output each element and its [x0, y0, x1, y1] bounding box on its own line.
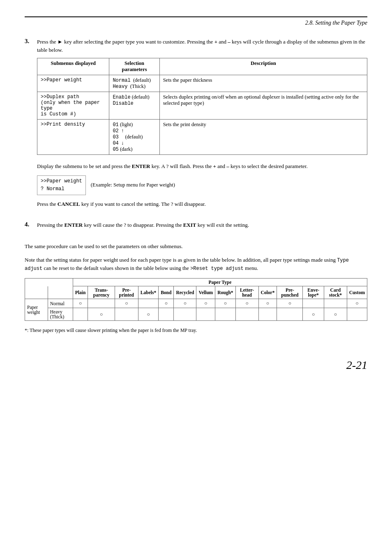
step3-cancel: Press the CANCEL key if you want to canc… [37, 200, 367, 208]
col-header-params: Selection parameters [109, 58, 159, 75]
col-header-desc: Description [159, 58, 367, 75]
paper-type-table: Paper Type Plain Trans-parency Pre-print… [25, 278, 367, 321]
step4-number: 4. [25, 221, 32, 233]
table-row: Heavy (Thick) ○ ○ ○ ○ [25, 308, 367, 321]
desc-print-density: Sets the print density [159, 120, 367, 155]
page-number: 2-21 [25, 359, 367, 372]
step3-content: Press the ► key after selecting the pape… [37, 38, 367, 212]
para2-mono2: >Reset type adjust [190, 266, 244, 272]
col-labels: Labels* [138, 286, 158, 299]
footnote: *: These paper types will cause slower p… [25, 327, 367, 334]
step3-after-table: Display the submenu to be set and press … [37, 162, 367, 170]
col-color: Color* [258, 286, 277, 299]
enter-label-2: ENTER [64, 222, 83, 228]
para2-mono1: Type adjust [25, 258, 349, 272]
col-custom: Custom [347, 286, 367, 299]
params-duplex: Enable (default) Disable [109, 92, 159, 120]
table-row: >>Paper weight Normal (default) Heavy (T… [37, 75, 367, 92]
cancel-label: CANCEL [58, 201, 80, 207]
col-prepunched: Pre-punched [277, 286, 303, 299]
submenu-print-density: >>Print density [37, 120, 109, 155]
col-cardstock: Card stock* [324, 286, 347, 299]
table-row: >>Print density 01 (light) 02 ↑ 03 (defa… [37, 120, 367, 155]
example-row: >>Paper weight ? Normal (Example: Setup … [37, 175, 367, 195]
params-print-density: 01 (light) 02 ↑ 03 (default) 04 ↓ 05 (da… [109, 120, 159, 155]
row-normal: Normal [48, 299, 73, 308]
col-trans: Trans-parency [88, 286, 115, 299]
submenu-paper-weight: >>Paper weight [37, 75, 109, 92]
col-envelope: Enve-lope* [303, 286, 324, 299]
page-header: 2.8. Setting the Paper Type [25, 16, 367, 26]
submenus-table: Submenus displayed Selection parameters … [37, 58, 367, 155]
desc-duplex: Selects duplex printing on/off when an o… [159, 92, 367, 120]
row-heavy: Heavy (Thick) [48, 308, 73, 321]
step3-intro: Press the ► key after selecting the pape… [37, 38, 367, 54]
enter-label-1: ENTER [132, 163, 150, 169]
col-pre-printed: Pre-printed [115, 286, 138, 299]
para2: Note that the setting status for paper w… [25, 256, 367, 272]
step4-text: Pressing the ENTER key will cause the ? … [37, 221, 367, 229]
paper-type-header: Paper Type [73, 279, 367, 286]
col-header-submenu: Submenus displayed [37, 58, 109, 75]
params-paper-weight: Normal (default) Heavy (Thick) [109, 75, 159, 92]
col-vellum: Vellum [196, 286, 215, 299]
example-box: >>Paper weight ? Normal [37, 175, 86, 195]
step3-number: 3. [25, 38, 32, 212]
para1: The same procedure can be used to set th… [25, 242, 367, 251]
col-rough: Rough* [215, 286, 235, 299]
table-row: Paper weight Normal ○ ○ ○ ○ ○ ○ ○ ○ ○ ○ [25, 299, 367, 308]
col-plain: Plain [73, 286, 88, 299]
step4-content: Pressing the ENTER key will cause the ? … [37, 221, 367, 233]
exit-label: EXIT [183, 222, 196, 228]
example-note: (Example: Setup menu for Paper weight) [91, 182, 175, 188]
col-letterhead: Letter-head [235, 286, 258, 299]
table-row: >>Duplex path (only when the paper type … [37, 92, 367, 120]
submenu-duplex: >>Duplex path (only when the paper type … [37, 92, 109, 120]
col-recycled: Recycled [174, 286, 196, 299]
header-text: 2.8. Setting the Paper Type [305, 20, 367, 26]
col-bond: Bond [159, 286, 174, 299]
desc-paper-weight: Sets the paper thickness [159, 75, 367, 92]
